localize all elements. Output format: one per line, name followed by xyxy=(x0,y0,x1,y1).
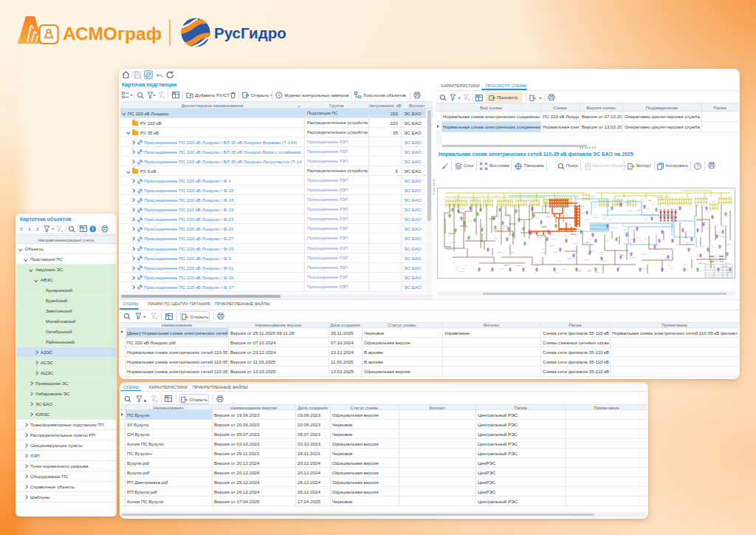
svg-text:?: ? xyxy=(696,163,699,168)
svg-text:РусГидро: РусГидро xyxy=(214,24,286,41)
svg-text:АСМОграф: АСМОграф xyxy=(63,24,162,44)
svg-text:i: i xyxy=(92,226,94,231)
